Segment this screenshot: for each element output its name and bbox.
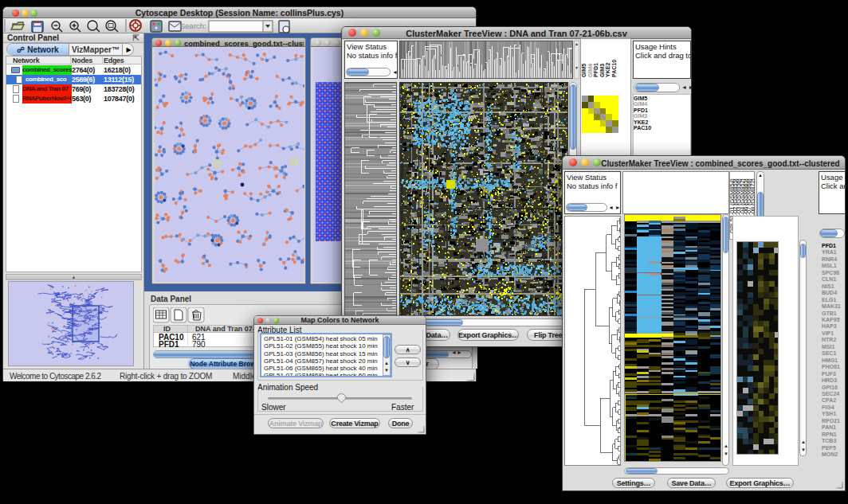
svg-text:YKE2: YKE2 <box>605 63 610 77</box>
svg-text:Search:: Search: <box>180 21 206 30</box>
svg-text:GIM3: GIM3 <box>599 64 605 77</box>
svg-text:PAC10: PAC10 <box>611 60 617 77</box>
svg-text:GIM4: GIM4 <box>587 64 593 77</box>
svg-text:PFD1: PFD1 <box>593 63 599 77</box>
svg-text:GIM5: GIM5 <box>581 64 587 77</box>
